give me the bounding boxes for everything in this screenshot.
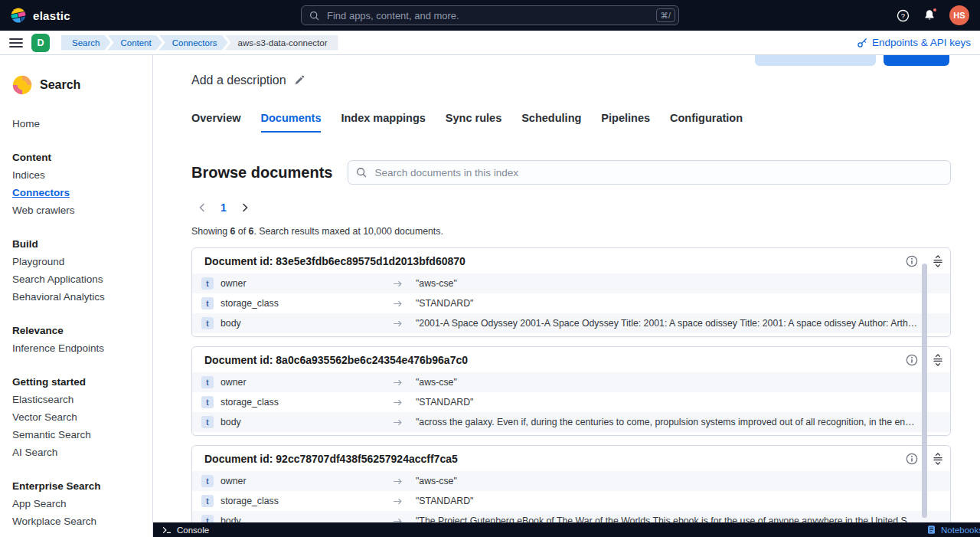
arrow-right-icon [393, 378, 416, 388]
help-icon[interactable]: ? [897, 9, 910, 22]
arrow-right-icon [393, 417, 416, 427]
avatar[interactable]: HS [949, 5, 969, 25]
field-row: t owner "aws-cse" [192, 471, 950, 491]
sidebar-item-web-crawlers[interactable]: Web crawlers [12, 201, 146, 219]
sidebar-item-connectors[interactable]: Connectors [12, 184, 146, 201]
field-name: storage_class [220, 397, 393, 408]
text-type-token: t [201, 297, 214, 309]
header-actions-clipped [755, 55, 949, 66]
document-id-title: Document id: 8a0c6a935562be6c24354e476b9… [204, 354, 892, 366]
sidebar-item-vector-search[interactable]: Vector Search [12, 408, 146, 426]
field-row: t storage_class "STANDARD" [192, 392, 950, 412]
sidebar-item-playground[interactable]: Playground [12, 253, 146, 270]
sidebar-section-content: Content [12, 149, 146, 166]
field-row: t storage_class "STANDARD" [192, 491, 950, 511]
connector-tabs: Overview Documents Index mappings Sync r… [191, 112, 951, 133]
sidebar-item-home[interactable]: Home [12, 115, 146, 133]
tab-documents[interactable]: Documents [261, 112, 322, 133]
sidebar-item-semantic-search[interactable]: Semantic Search [12, 426, 146, 444]
text-type-token: t [201, 277, 214, 290]
sidebar-section-enterprise-search: Enterprise Search [12, 477, 146, 495]
sidebar-item-ai-search[interactable]: AI Search [12, 444, 146, 461]
unfold-fields-icon[interactable] [932, 255, 944, 267]
next-page-icon[interactable] [239, 201, 251, 214]
menu-hamburger-icon[interactable] [9, 38, 23, 48]
document-id-title: Document id: 83e5e3fdb6ec89575d1d2013bfd… [204, 255, 892, 267]
tab-configuration[interactable]: Configuration [670, 112, 743, 133]
main-content: Add a description Overview Documents Ind… [153, 55, 980, 537]
pagination: 1 [191, 201, 951, 214]
notifications-bell-icon[interactable] [923, 9, 936, 21]
field-value: "STANDARD" [416, 397, 950, 408]
breadcrumb-search[interactable]: Search [61, 35, 110, 51]
sidebar-section-build: Build [12, 235, 146, 253]
document-search[interactable] [348, 160, 951, 185]
secondary-action-button[interactable] [755, 55, 876, 66]
space-badge[interactable]: D [31, 34, 50, 52]
info-icon[interactable] [906, 453, 918, 465]
breadcrumb-connectors[interactable]: Connectors [159, 35, 228, 51]
console-icon [162, 526, 172, 535]
tab-overview[interactable]: Overview [191, 112, 241, 133]
field-name: storage_class [220, 496, 393, 506]
field-value: "STANDARD" [416, 496, 950, 506]
sidebar-item-elasticsearch[interactable]: Elasticsearch [12, 391, 146, 408]
document-card: Document id: 83e5e3fdb6ec89575d1d2013bfd… [191, 247, 951, 337]
key-icon [857, 38, 867, 48]
text-type-token: t [201, 396, 214, 408]
console-toggle[interactable]: Console [162, 526, 209, 535]
elastic-brand[interactable]: elastic [11, 8, 70, 23]
notebook-icon [926, 525, 936, 535]
field-row: t body "across the galaxy. Even if, duri… [192, 412, 950, 432]
sidebar-item-app-search[interactable]: App Search [12, 495, 146, 512]
document-search-input[interactable] [373, 166, 942, 179]
notebooks-link[interactable]: Notebooks [926, 525, 980, 535]
text-type-token: t [201, 416, 214, 428]
elastic-logo-icon [11, 8, 26, 23]
field-value: "STANDARD" [416, 298, 950, 309]
sidebar-item-indices[interactable]: Indices [12, 166, 146, 184]
sidebar-item-search-applications[interactable]: Search Applications [12, 270, 146, 288]
field-value: "aws-cse" [416, 476, 950, 486]
field-name: owner [220, 377, 393, 388]
text-type-token: t [201, 475, 214, 487]
documents-scrollbar[interactable] [922, 264, 927, 518]
field-row: t owner "aws-cse" [192, 273, 950, 293]
unfold-fields-icon[interactable] [932, 453, 944, 465]
notification-dot [932, 7, 938, 13]
global-search-input[interactable] [325, 9, 650, 22]
search-icon [309, 11, 319, 21]
breadcrumb-bar: D Search Content Connectors aws-s3-data-… [0, 31, 980, 55]
field-name: body [220, 318, 393, 329]
sidebar-item-workplace-search[interactable]: Workplace Search [12, 512, 146, 530]
document-card: Document id: 8a0c6a935562be6c24354e476b9… [191, 346, 951, 436]
page-number-current[interactable]: 1 [220, 201, 227, 214]
breadcrumb-content[interactable]: Content [107, 35, 162, 51]
browse-documents-heading: Browse documents [191, 164, 332, 182]
tab-pipelines[interactable]: Pipelines [601, 112, 650, 133]
field-name: owner [220, 476, 393, 486]
breadcrumb-current: aws-s3-data-connector [225, 35, 338, 51]
previous-page-icon[interactable] [196, 201, 208, 214]
tab-sync-rules[interactable]: Sync rules [446, 112, 501, 133]
field-row: t owner "aws-cse" [192, 372, 950, 392]
global-search[interactable]: ⌘/ [301, 5, 679, 25]
document-id-title: Document id: 92cc78707df438f56257924accf… [204, 453, 892, 465]
info-icon[interactable] [906, 255, 918, 267]
add-description[interactable]: Add a description [191, 74, 305, 87]
primary-action-button[interactable] [884, 55, 949, 66]
info-icon[interactable] [906, 354, 918, 366]
pencil-icon [294, 75, 305, 86]
tab-index-mappings[interactable]: Index mappings [341, 112, 425, 133]
field-row: t storage_class "STANDARD" [192, 293, 950, 313]
endpoints-api-keys-link[interactable]: Endpoints & API keys [857, 37, 971, 48]
add-description-label: Add a description [191, 74, 286, 87]
sidebar-item-inference-endpoints[interactable]: Inference Endpoints [12, 339, 146, 357]
field-name: owner [220, 278, 393, 289]
console-bar: Console Notebooks [153, 522, 980, 537]
brand-text: elastic [33, 9, 70, 22]
tab-scheduling[interactable]: Scheduling [521, 112, 581, 133]
sidebar-item-behavioral-analytics[interactable]: Behavioral Analytics [12, 288, 146, 306]
unfold-fields-icon[interactable] [932, 354, 944, 366]
sidebar-title: Search [40, 78, 80, 92]
